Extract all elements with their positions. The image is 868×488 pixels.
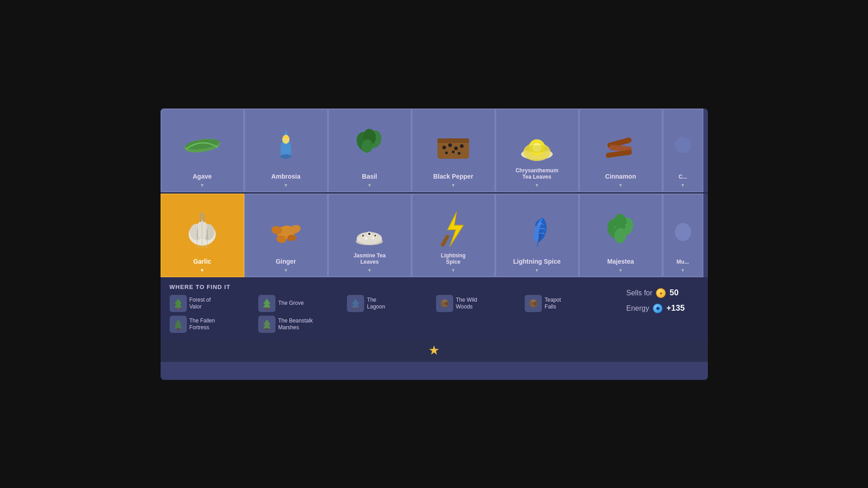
black-pepper-chevron: ▼ — [451, 183, 455, 188]
partial2-chevron: ▼ — [681, 268, 685, 273]
agave-image — [182, 128, 223, 165]
svg-point-12 — [454, 147, 458, 150]
partial1-chevron: ▼ — [681, 183, 685, 188]
item-majestea[interactable]: Lightning Spice ▼ — [495, 194, 579, 277]
svg-point-56 — [675, 223, 691, 241]
jasmine-name: Jasmine Tea Leaves — [353, 252, 385, 265]
item-black-pepper[interactable]: Black Pepper ▼ — [412, 109, 495, 192]
item-ginger[interactable]: Ginger ▼ — [244, 194, 328, 277]
the-grove-name: The Grove — [278, 300, 304, 306]
energy-icon: ◆ — [653, 303, 663, 313]
beanstalk-marshes-icon — [258, 316, 275, 333]
svg-point-10 — [442, 146, 446, 149]
mint-chevron: ▼ — [618, 268, 623, 273]
chrysanthemum-chevron: ▼ — [535, 183, 539, 188]
sells-for-value: 50 — [669, 288, 678, 298]
forest-of-valor-icon — [170, 295, 187, 312]
svg-rect-62 — [355, 308, 356, 309]
chrysanthemum-name: Chrysanthemum Tea Leaves — [516, 167, 559, 180]
svg-point-13 — [460, 144, 464, 148]
svg-marker-73 — [263, 319, 270, 328]
the-wild-woods-icon — [436, 295, 453, 312]
energy-value: +135 — [666, 303, 685, 313]
bottom-bar: ★ — [161, 339, 708, 362]
svg-rect-9 — [437, 138, 469, 143]
location-forest-of-valor[interactable]: Forest ofValor — [170, 295, 253, 312]
svg-point-45 — [372, 237, 375, 239]
ambrosia-image — [270, 126, 302, 166]
energy-row: Energy ◆ +135 — [626, 303, 699, 313]
location-teapot-falls[interactable]: TeapotFalls — [525, 295, 608, 312]
ginger-name: Ginger — [275, 258, 296, 265]
svg-marker-57 — [175, 298, 182, 308]
item-jasmine[interactable]: Jasmine Tea Leaves ▼ — [328, 194, 412, 277]
item-basil[interactable]: Basil ▼ — [328, 109, 412, 192]
location-fallen-fortress[interactable]: The FallenFortress — [170, 316, 253, 333]
agave-chevron: ▼ — [200, 183, 204, 188]
forest-of-valor-name: Forest ofValor — [190, 297, 211, 310]
item-ambrosia[interactable]: Ambrosia ▼ — [244, 109, 328, 192]
lightning-image — [434, 209, 473, 252]
mint-image — [602, 211, 640, 251]
location-the-grove[interactable]: The Grove — [258, 295, 342, 312]
location-the-lagoon[interactable]: TheLagoon — [347, 295, 430, 312]
cinnamon-chevron: ▼ — [618, 183, 623, 188]
sells-for-label: Sells for — [626, 289, 653, 297]
lightning-chevron: ▼ — [451, 268, 455, 273]
lightning-name: Lightning Spice — [441, 252, 466, 265]
location-beanstalk-marshes[interactable]: The BeanstalkMarshes — [258, 316, 342, 333]
location-the-wild-woods[interactable]: The WildWoods — [436, 295, 519, 312]
garlic-chevron: ▼ — [200, 268, 204, 273]
svg-point-70 — [533, 302, 537, 305]
game-container: Agave ▼ Ambrosia ▼ — [161, 109, 708, 380]
svg-line-30 — [198, 245, 199, 248]
svg-point-16 — [458, 152, 460, 155]
svg-point-11 — [448, 143, 452, 147]
item-cinnamon[interactable]: Cinnamon ▼ — [579, 109, 663, 192]
svg-rect-60 — [266, 308, 268, 309]
items-row-2: Garlic ▼ Ginger ▼ — [161, 194, 708, 277]
cinnamon-image — [600, 128, 641, 165]
basil-name: Basil — [362, 173, 377, 180]
where-label: WHERE TO FIND IT — [170, 284, 608, 290]
locations-grid: Forest ofValor The Grove — [170, 295, 608, 333]
teapot-falls-icon — [525, 295, 542, 312]
info-panel: WHERE TO FIND IT Forest ofValor — [161, 277, 708, 339]
items-row-1: Agave ▼ Ambrosia ▼ — [161, 109, 708, 192]
items-grid-area: Agave ▼ Ambrosia ▼ — [161, 109, 708, 362]
item-mint[interactable]: Majestea ▼ — [579, 194, 663, 277]
item-partial-1[interactable]: C... ▼ — [663, 109, 703, 192]
svg-point-14 — [445, 152, 448, 154]
partial1-name: C... — [678, 174, 687, 180]
agave-name: Agave — [193, 173, 212, 180]
coin-icon: ● — [656, 288, 666, 298]
svg-rect-72 — [177, 328, 179, 330]
svg-point-66 — [445, 302, 448, 305]
ambrosia-chevron: ▼ — [284, 183, 288, 188]
fallen-fortress-icon — [170, 316, 187, 333]
where-to-find-section: WHERE TO FIND IT Forest ofValor — [170, 284, 608, 333]
svg-rect-74 — [266, 328, 268, 330]
partial1-image — [672, 134, 694, 161]
svg-point-25 — [675, 137, 691, 153]
the-lagoon-icon — [347, 295, 364, 312]
sells-for-row: Sells for ● 50 — [626, 288, 699, 298]
svg-point-47 — [368, 233, 370, 235]
item-agave[interactable]: Agave ▼ — [161, 109, 244, 192]
item-partial-2[interactable]: Mu... ▼ — [663, 194, 703, 277]
item-garlic[interactable]: Garlic ▼ — [161, 194, 244, 277]
majestea-chevron: ▼ — [535, 268, 539, 273]
ambrosia-name: Ambrosia — [271, 173, 301, 180]
energy-label: Energy — [626, 304, 650, 313]
ginger-chevron: ▼ — [284, 268, 288, 273]
cinnamon-name: Cinnamon — [605, 173, 636, 180]
fallen-fortress-name: The FallenFortress — [190, 317, 215, 331]
garlic-image — [182, 209, 223, 252]
majestea-name: Lightning Spice — [513, 258, 561, 265]
majestea-image — [518, 211, 556, 251]
item-chrysanthemum[interactable]: Chrysanthemum Tea Leaves ▼ — [495, 109, 579, 192]
partial2-image — [672, 216, 694, 248]
svg-marker-61 — [352, 298, 359, 308]
item-lightning[interactable]: Lightning Spice ▼ — [412, 194, 495, 277]
svg-point-46 — [362, 235, 364, 237]
